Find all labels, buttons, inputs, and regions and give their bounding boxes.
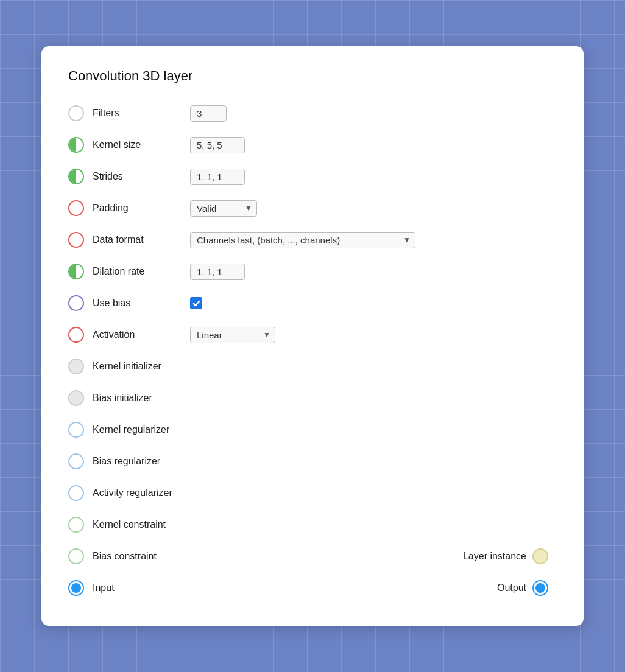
select-padding[interactable]: ValidSameCausal — [190, 200, 257, 217]
param-row-kernel_regularizer: Kernel regularizer — [68, 414, 557, 446]
label-input: Input — [93, 583, 190, 593]
label-filters: Filters — [93, 108, 190, 119]
circle-kernel_size — [68, 137, 84, 153]
circle-activity_regularizer — [68, 485, 84, 501]
circle-filters — [68, 105, 84, 121]
param-row-bias_regularizer: Bias regularizer — [68, 446, 557, 477]
param-row-kernel_constraint: Kernel constraint — [68, 509, 557, 541]
right-circle-bias_constraint — [532, 548, 548, 564]
circle-bias_initializer — [68, 390, 84, 406]
label-kernel_size: Kernel size — [93, 139, 190, 150]
right-group-input: Output — [497, 580, 557, 596]
circle-dilation_rate — [68, 264, 84, 279]
param-row-activation: ActivationLinearReLUSigmoidTanhSoftmax▼ — [68, 319, 557, 351]
right-label-bias_constraint: Layer instance — [463, 551, 526, 562]
label-kernel_initializer: Kernel initializer — [93, 361, 190, 372]
input-strides[interactable] — [190, 169, 245, 185]
label-kernel_constraint: Kernel constraint — [93, 519, 190, 530]
select-wrapper-padding: ValidSameCausal▼ — [190, 200, 257, 217]
select-wrapper-activation: LinearReLUSigmoidTanhSoftmax▼ — [190, 327, 275, 343]
right-group-bias_constraint: Layer instance — [463, 548, 557, 564]
label-strides: Strides — [93, 171, 190, 182]
label-padding: Padding — [93, 203, 190, 214]
param-row-activity_regularizer: Activity regularizer — [68, 477, 557, 509]
input-dilation_rate[interactable] — [190, 264, 245, 280]
param-row-kernel_size: Kernel size — [68, 129, 557, 161]
label-dilation_rate: Dilation rate — [93, 266, 190, 277]
param-row-dilation_rate: Dilation rate — [68, 256, 557, 287]
param-row-use_bias: Use bias — [68, 287, 557, 319]
params-container: FiltersKernel sizeStridesPaddingValidSam… — [68, 97, 557, 604]
select-activation[interactable]: LinearReLUSigmoidTanhSoftmax — [190, 327, 275, 343]
param-row-filters: Filters — [68, 97, 557, 129]
label-use_bias: Use bias — [93, 298, 190, 309]
checkbox-use_bias[interactable] — [190, 297, 202, 309]
circle-use_bias — [68, 295, 84, 311]
label-kernel_regularizer: Kernel regularizer — [93, 424, 190, 435]
select-data_format[interactable]: Channels last, (batch, ..., channels)Cha… — [190, 232, 415, 248]
select-wrapper-data_format: Channels last, (batch, ..., channels)Cha… — [190, 232, 415, 248]
label-data_format: Data format — [93, 234, 190, 245]
circle-input — [68, 580, 84, 596]
label-bias_initializer: Bias initializer — [93, 393, 190, 404]
param-row-bias_constraint: Bias constraintLayer instance — [68, 541, 557, 572]
input-filters[interactable] — [190, 105, 227, 122]
convolution-3d-card: Convolution 3D layer FiltersKernel sizeS… — [41, 46, 584, 626]
param-row-padding: PaddingValidSameCausal▼ — [68, 192, 557, 224]
circle-kernel_constraint — [68, 517, 84, 533]
right-label-input: Output — [497, 583, 526, 593]
label-activity_regularizer: Activity regularizer — [93, 488, 190, 499]
circle-bias_regularizer — [68, 453, 84, 469]
circle-padding — [68, 200, 84, 216]
param-row-bias_initializer: Bias initializer — [68, 382, 557, 414]
param-row-data_format: Data formatChannels last, (batch, ..., c… — [68, 224, 557, 256]
card-title: Convolution 3D layer — [68, 68, 557, 84]
label-bias_constraint: Bias constraint — [93, 551, 190, 562]
label-activation: Activation — [93, 329, 190, 340]
param-row-kernel_initializer: Kernel initializer — [68, 351, 557, 382]
input-kernel_size[interactable] — [190, 137, 245, 153]
circle-data_format — [68, 232, 84, 248]
circle-bias_constraint — [68, 548, 84, 564]
right-circle-input — [532, 580, 548, 596]
param-row-input: InputOutput — [68, 572, 557, 604]
param-row-strides: Strides — [68, 161, 557, 192]
label-bias_regularizer: Bias regularizer — [93, 456, 190, 467]
circle-activation — [68, 327, 84, 343]
circle-strides — [68, 169, 84, 184]
circle-kernel_regularizer — [68, 422, 84, 438]
circle-kernel_initializer — [68, 359, 84, 374]
